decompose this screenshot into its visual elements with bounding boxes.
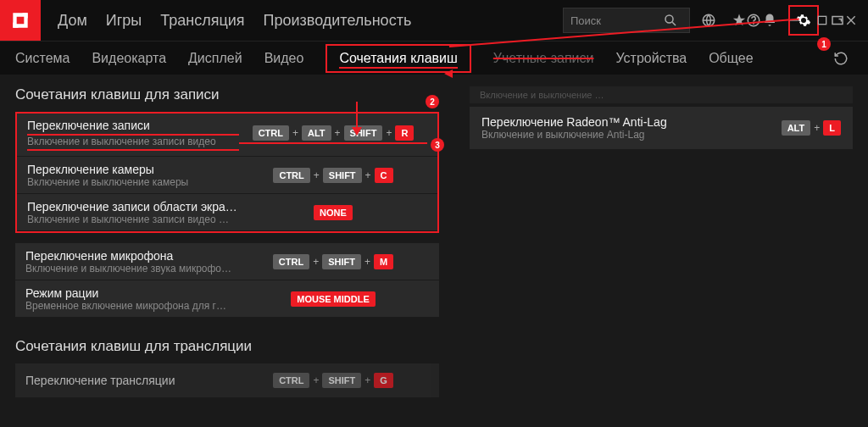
undo-icon[interactable] — [829, 47, 853, 70]
key-final: R — [395, 125, 414, 141]
tab-hotkeys[interactable]: Сочетания клавиш — [326, 44, 470, 73]
key-final: M — [374, 254, 393, 269]
key: SHIFT — [322, 254, 361, 269]
tab-general[interactable]: Общее — [709, 44, 753, 73]
tab-display[interactable]: Дисплей — [188, 44, 242, 73]
annotation-marker-2: 2 — [426, 95, 439, 108]
nav-home[interactable]: Дом — [58, 12, 87, 30]
key-final: MOUSE MIDDLE — [291, 291, 376, 307]
hotkey-row-stream[interactable]: Переключение трансляции CTRL+ SHIFT+ G — [15, 363, 439, 397]
hotkey-row-ptt[interactable]: Режим рации Временное включение микрофон… — [15, 280, 439, 318]
globe-icon[interactable] — [697, 8, 721, 32]
tab-video[interactable]: Видео — [264, 44, 304, 73]
hotkey-group-recording: Переключение записи Включение и выключен… — [15, 112, 439, 233]
svg-line-1 — [672, 22, 676, 25]
svg-point-0 — [665, 15, 673, 23]
tab-gpu[interactable]: Видеокарта — [92, 44, 166, 73]
tab-accounts[interactable]: Учетные записи — [493, 44, 594, 73]
key: ALT — [302, 125, 331, 141]
amd-logo — [0, 0, 41, 41]
hotkey-row-antilag[interactable]: Переключение Radeon™ Anti-Lag Включение … — [470, 107, 853, 149]
main-nav: Дом Игры Трансляция Производительность — [58, 12, 411, 30]
key: SHIFT — [344, 125, 383, 141]
nav-stream[interactable]: Трансляция — [160, 12, 244, 30]
key-final: L — [823, 120, 841, 136]
nav-games[interactable]: Игры — [106, 12, 142, 30]
key-final: NONE — [314, 205, 353, 220]
maximize-icon[interactable] — [815, 8, 829, 32]
key-final: G — [374, 373, 393, 388]
key: CTRL — [253, 125, 289, 141]
key: CTRL — [273, 373, 309, 388]
key: ALT — [782, 120, 811, 136]
key-final: C — [375, 168, 393, 183]
annotation-arrowhead-1 — [444, 69, 453, 78]
tab-devices[interactable]: Устройства — [615, 44, 687, 73]
key: CTRL — [273, 254, 309, 269]
hotkey-row-mic[interactable]: Переключение микрофона Включение и выклю… — [15, 243, 439, 280]
annotation-arrow-2 — [356, 102, 358, 129]
section-streaming-title: Сочетания клавиш для трансляции — [15, 338, 439, 355]
hotkey-row-camera[interactable]: Переключение камеры Включение и выключен… — [17, 157, 437, 194]
close-icon[interactable] — [844, 8, 858, 32]
annotation-arrowhead-2 — [352, 127, 362, 136]
annotation-marker-3: 3 — [431, 138, 444, 152]
key: CTRL — [273, 168, 309, 183]
svg-rect-8 — [818, 16, 826, 24]
partial-row: Включение и выключение … — [470, 86, 853, 103]
section-recording-title: Сочетания клавиш для записи — [15, 86, 439, 103]
hotkey-row-region[interactable]: Переключение записи области экра… Включе… — [17, 194, 437, 231]
hotkey-group-mic: Переключение микрофона Включение и выклю… — [15, 243, 439, 318]
key: SHIFT — [322, 373, 361, 388]
tab-system[interactable]: Система — [15, 44, 70, 73]
annotation-marker-1: 1 — [817, 37, 831, 51]
nav-perf[interactable]: Производительность — [264, 12, 412, 30]
key: SHIFT — [323, 168, 362, 183]
hotkey-row-record[interactable]: Переключение записи Включение и выключен… — [17, 114, 437, 157]
